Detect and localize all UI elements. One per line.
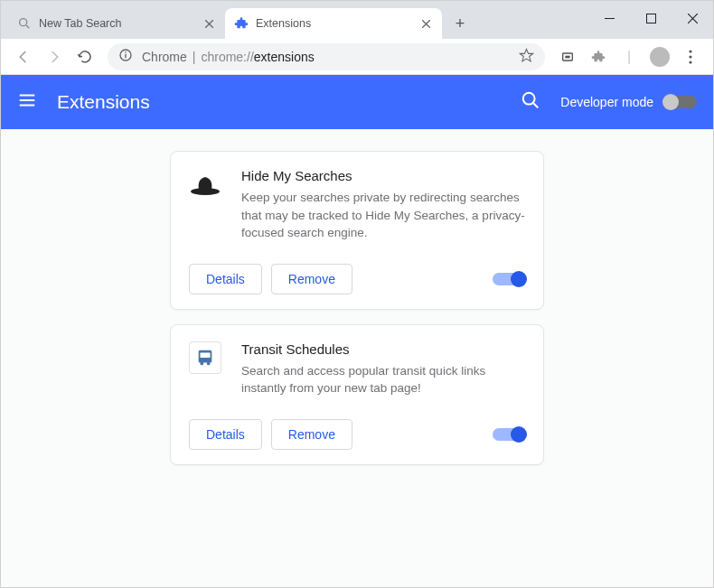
reload-button[interactable] [71, 43, 99, 70]
tab-new-tab-search[interactable]: New Tab Search [8, 8, 225, 39]
extension-toolbar-icon-2[interactable] [585, 43, 612, 70]
svg-rect-4 [125, 54, 126, 59]
extension-description: Search and access popular transit quick … [241, 362, 525, 397]
search-icon [17, 16, 32, 31]
address-bar[interactable]: Chrome | chrome://extensions [108, 43, 545, 70]
details-button[interactable]: Details [189, 419, 262, 450]
menu-dots-icon[interactable] [677, 43, 704, 70]
close-button[interactable] [672, 1, 713, 35]
tab-extensions[interactable]: Extensions [225, 8, 442, 39]
extension-card: Transit Schedules Search and access popu… [170, 324, 544, 465]
minimize-button[interactable] [588, 1, 630, 35]
page-title: Extensions [57, 91, 521, 113]
search-icon[interactable] [521, 90, 540, 114]
toolbar: Chrome | chrome://extensions | [1, 39, 713, 75]
window-controls [588, 1, 713, 35]
forward-button[interactable] [41, 43, 68, 70]
url-path: extensions [254, 50, 315, 64]
svg-rect-5 [125, 51, 126, 52]
details-button[interactable]: Details [189, 264, 262, 294]
enable-toggle[interactable] [493, 273, 525, 285]
site-info-icon[interactable] [118, 48, 133, 65]
hat-icon [189, 168, 221, 201]
close-icon[interactable] [202, 16, 216, 31]
svg-point-2 [20, 19, 27, 26]
url-prefix: chrome:// [201, 50, 253, 64]
extension-card: Hide My Searches Keep your searches priv… [170, 151, 544, 310]
puzzle-icon [234, 16, 249, 31]
svg-point-11 [523, 93, 535, 105]
extension-name: Transit Schedules [241, 341, 525, 357]
svg-point-15 [201, 361, 204, 365]
svg-point-10 [689, 61, 691, 63]
svg-rect-7 [565, 55, 569, 58]
hamburger-icon[interactable] [17, 90, 37, 114]
close-icon[interactable] [418, 16, 433, 31]
enable-toggle[interactable] [493, 428, 525, 441]
bus-icon [189, 341, 221, 374]
profile-avatar[interactable] [650, 47, 670, 67]
url-divider: | [193, 50, 196, 64]
svg-point-8 [689, 50, 691, 52]
tab-title: Extensions [256, 17, 418, 30]
new-tab-button[interactable]: + [447, 11, 473, 36]
svg-point-16 [207, 361, 211, 365]
svg-rect-0 [605, 18, 615, 19]
extension-name: Hide My Searches [241, 168, 525, 183]
extensions-header: Extensions Developer mode [1, 75, 713, 129]
remove-button[interactable]: Remove [271, 419, 352, 450]
tab-title: New Tab Search [39, 17, 202, 30]
developer-mode-label: Developer mode [560, 95, 653, 109]
back-button[interactable] [10, 43, 37, 70]
profile-separator: | [615, 43, 643, 70]
bookmark-star-icon[interactable] [519, 48, 534, 66]
svg-point-9 [689, 55, 691, 58]
developer-mode-toggle[interactable] [664, 96, 697, 108]
extension-description: Keep your searches private by redirectin… [241, 189, 525, 242]
extension-toolbar-icon-1[interactable] [554, 43, 581, 70]
extensions-list: Hide My Searches Keep your searches priv… [1, 129, 713, 587]
svg-rect-1 [646, 14, 655, 23]
maximize-button[interactable] [630, 1, 672, 35]
url-scheme-label: Chrome [142, 50, 187, 64]
remove-button[interactable]: Remove [271, 264, 352, 294]
svg-rect-14 [201, 352, 211, 358]
